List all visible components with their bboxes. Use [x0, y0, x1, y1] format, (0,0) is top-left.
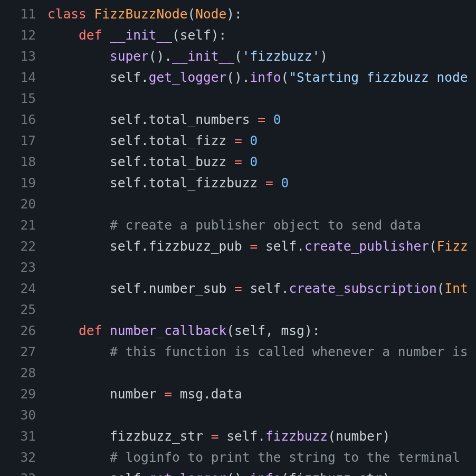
token-op: = — [265, 175, 273, 191]
token-punc: (). — [226, 70, 250, 85]
token-call: create_publisher — [304, 239, 429, 254]
token-prop: number — [110, 386, 157, 402]
code-line[interactable]: class FizzBuzzNode(Node): — [47, 4, 476, 25]
code-line[interactable] — [47, 194, 476, 215]
token-self: self — [226, 429, 258, 444]
token-comment: # loginfo to print the string to the ter… — [110, 450, 460, 465]
code-line[interactable]: self.number_sub = self.create_subscripti… — [47, 278, 476, 299]
token-self: self — [265, 239, 297, 254]
code-line[interactable]: # loginfo to print the string to the ter… — [47, 447, 476, 468]
token-self: self — [110, 175, 141, 191]
code-line[interactable]: def number_callback(self, msg): — [47, 320, 476, 341]
code-editor[interactable]: 1112131415161718192021222324252627282930… — [0, 0, 476, 476]
code-line[interactable]: super().__init__('fizzbuzz') — [47, 46, 476, 67]
token-call: create_subscription — [289, 281, 436, 296]
token-punc: . — [141, 471, 149, 476]
token-call: get_logger — [149, 471, 227, 476]
token-punc — [47, 217, 110, 233]
token-punc — [47, 70, 110, 85]
token-num: 0 — [250, 154, 258, 169]
token-punc: . — [141, 239, 149, 254]
token-param: self — [180, 27, 211, 43]
line-number: 13 — [0, 46, 36, 67]
code-line[interactable] — [47, 257, 476, 278]
token-comment: # create a publisher object to send data — [110, 217, 421, 233]
code-line[interactable]: self.total_fizz = 0 — [47, 130, 476, 151]
token-punc — [242, 281, 250, 296]
token-punc: ( — [429, 239, 437, 254]
code-line[interactable] — [47, 405, 476, 426]
token-punc: ( — [328, 429, 336, 444]
token-comment: # this function is called whenever a num… — [110, 344, 468, 359]
token-fn: number_callback — [110, 323, 226, 338]
line-number: 33 — [0, 468, 36, 476]
token-punc — [172, 386, 180, 402]
token-punc — [265, 112, 273, 127]
token-self: self — [110, 239, 141, 254]
line-number: 27 — [0, 341, 36, 363]
token-cls: Fizz — [437, 239, 468, 254]
token-punc: . — [141, 70, 149, 85]
token-param: msg — [281, 323, 304, 338]
code-line[interactable] — [47, 363, 476, 384]
code-line[interactable]: self.total_numbers = 0 — [47, 109, 476, 130]
token-punc — [47, 112, 110, 127]
token-prop: fizzbuzz_str — [110, 429, 203, 444]
code-line[interactable]: self.get_logger().info(fizzbuzz_str) — [47, 468, 476, 476]
token-punc: ): — [211, 27, 227, 43]
token-punc: ( — [234, 49, 242, 64]
code-line[interactable]: fizzbuzz_str = self.fizzbuzz(number) — [47, 426, 476, 447]
line-number: 17 — [0, 130, 36, 151]
token-punc: . — [258, 429, 265, 444]
token-punc: ) — [382, 429, 390, 444]
token-punc — [242, 239, 250, 254]
token-punc — [102, 323, 110, 338]
token-call: get_logger — [149, 70, 227, 85]
code-content[interactable]: class FizzBuzzNode(Node): def __init__(s… — [47, 0, 476, 476]
token-self: self — [110, 281, 141, 296]
code-line[interactable]: self.fizzbuzz_pub = self.create_publishe… — [47, 236, 476, 257]
code-line[interactable] — [47, 299, 476, 320]
token-str: 'fizzbuzz' — [242, 49, 320, 64]
code-line[interactable]: number = msg.data — [47, 384, 476, 405]
token-op: = — [211, 429, 219, 444]
token-prop: number — [336, 429, 383, 444]
token-cls: Int — [444, 281, 468, 296]
token-punc — [47, 429, 110, 444]
token-str: "Starting fizzbuzz node — [289, 70, 468, 85]
token-cls: Node — [195, 6, 226, 22]
token-punc — [226, 281, 234, 296]
line-number: 28 — [0, 363, 36, 384]
token-punc — [226, 133, 234, 148]
token-self: self — [110, 471, 141, 476]
token-punc — [47, 175, 110, 191]
token-punc: ( — [172, 27, 180, 43]
code-line[interactable]: self.total_fizzbuzz = 0 — [47, 173, 476, 194]
token-punc: . — [141, 133, 149, 148]
token-punc — [157, 386, 165, 402]
token-punc — [102, 27, 110, 43]
token-punc: . — [141, 112, 149, 127]
code-line[interactable]: # this function is called whenever a num… — [47, 341, 476, 363]
line-number: 11 — [0, 4, 36, 25]
code-line[interactable] — [47, 88, 476, 109]
line-number: 23 — [0, 257, 36, 278]
code-line[interactable]: def __init__(self): — [47, 25, 476, 46]
token-punc — [258, 175, 265, 191]
code-line[interactable]: self.total_buzz = 0 — [47, 151, 476, 173]
line-number: 21 — [0, 215, 36, 236]
token-kw: def — [79, 27, 102, 43]
token-punc — [47, 133, 110, 148]
line-number: 19 — [0, 173, 36, 194]
token-prop: number_sub — [149, 281, 227, 296]
token-self: self — [250, 281, 281, 296]
token-punc — [47, 281, 110, 296]
code-line[interactable]: # create a publisher object to send data — [47, 215, 476, 236]
code-line[interactable]: self.get_logger().info("Starting fizzbuz… — [47, 67, 476, 88]
token-self: self — [110, 154, 141, 169]
token-op: = — [250, 239, 258, 254]
token-prop: msg — [180, 386, 203, 402]
token-num: 0 — [273, 112, 281, 127]
token-prop: data — [211, 386, 242, 402]
token-op: = — [234, 154, 242, 169]
